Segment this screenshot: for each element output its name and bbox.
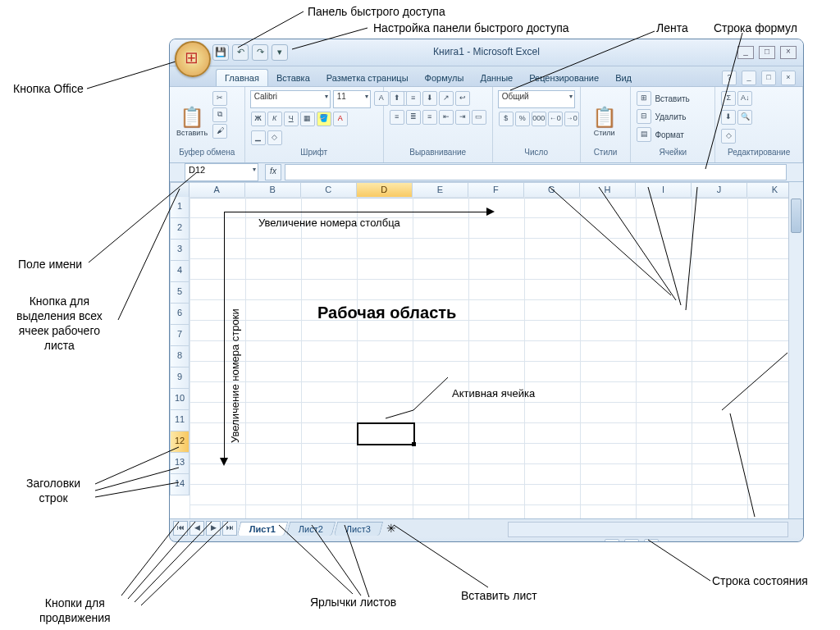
format-cells-label[interactable]: Формат [655,130,684,139]
nav-prev-icon[interactable]: ◀ [189,521,204,536]
format-cells-icon[interactable]: ▤ [637,127,651,142]
align-left-icon[interactable]: ≡ [390,110,404,125]
fill-down-icon[interactable]: ⬇ [721,110,736,125]
select-all-button[interactable] [170,182,189,199]
tab-home[interactable]: Главная [216,69,268,86]
row-header[interactable]: 6 [170,304,189,325]
delete-cells-icon[interactable]: ⊟ [637,109,651,124]
currency-icon[interactable]: $ [499,112,514,126]
col-header[interactable]: F [468,182,524,199]
fill-icon[interactable]: ◇ [267,130,282,145]
fx-button[interactable]: fx [265,164,281,180]
view-layout-icon[interactable]: ▤ [624,539,639,542]
vertical-scrollbar[interactable] [788,182,803,518]
row-header[interactable]: 13 [170,453,189,474]
percent-icon[interactable]: % [515,112,530,126]
number-format-select[interactable]: Общий [498,90,575,108]
border-bottom-icon[interactable]: ▁ [251,130,266,145]
active-cell[interactable] [357,422,415,445]
cell-area[interactable]: Увеличение номера столбца Увеличение ном… [189,197,788,518]
tab-insert[interactable]: Вставка [268,70,318,86]
font-name-select[interactable]: Calibri [250,90,331,108]
doc-close-icon[interactable]: × [781,71,796,85]
align-mid-icon[interactable]: ≡ [406,91,421,106]
find-icon[interactable]: 🔍 [737,110,752,125]
zoom-in-icon[interactable]: + [792,541,797,542]
fill-color-icon[interactable]: 🪣 [317,112,331,126]
align-right-icon[interactable]: ≡ [422,110,437,125]
sheet-tab[interactable]: Лист3 [334,522,384,536]
tab-view[interactable]: Вид [607,70,640,86]
paste-button[interactable]: Вставить [175,90,209,139]
col-header[interactable]: J [692,182,747,199]
row-header[interactable]: 3 [170,240,189,261]
tab-data[interactable]: Данные [472,70,521,86]
tab-formulas[interactable]: Формулы [417,70,472,86]
comma-icon[interactable]: 000 [532,112,546,126]
sheet-tab[interactable]: Лист2 [286,522,336,536]
indent-inc-icon[interactable]: ⇥ [455,110,470,125]
font-size-select[interactable]: 11 [333,90,371,108]
office-button[interactable] [175,41,211,77]
minimize-button[interactable]: _ [737,46,754,59]
align-bot-icon[interactable]: ⬇ [422,91,437,106]
row-header[interactable]: 1 [170,197,189,218]
col-header[interactable]: G [524,182,580,199]
bold-icon[interactable]: Ж [251,112,266,126]
row-header[interactable]: 9 [170,368,189,389]
help-icon[interactable]: ? [722,71,737,85]
orientation-icon[interactable]: ↗ [439,91,454,106]
sum-icon[interactable]: Σ [721,91,736,106]
col-header[interactable]: I [636,182,692,199]
row-header[interactable]: 4 [170,261,189,282]
clear-icon[interactable]: ◇ [721,129,736,144]
insert-cells-label[interactable]: Вставить [655,94,689,103]
name-box[interactable]: D12 [185,163,258,181]
underline-icon[interactable]: Ч [284,112,299,126]
col-header[interactable]: B [245,182,301,199]
col-header[interactable]: A [189,182,245,199]
view-normal-icon[interactable]: ▦ [605,539,619,542]
col-header[interactable]: D [357,182,413,199]
formula-bar[interactable] [285,164,787,180]
copy-icon[interactable]: ⧉ [212,107,227,122]
insert-sheet-icon[interactable]: ✳ [386,522,396,535]
nav-last-icon[interactable]: ⏭ [222,521,237,536]
align-top-icon[interactable]: ⬆ [390,91,404,106]
nav-next-icon[interactable]: ▶ [206,521,221,536]
tab-review[interactable]: Рецензирование [521,70,607,86]
indent-dec-icon[interactable]: ⇤ [439,110,454,125]
col-header[interactable]: E [413,182,468,199]
row-header[interactable]: 10 [170,389,189,410]
delete-cells-label[interactable]: Удалить [655,112,686,121]
row-header[interactable]: 5 [170,282,189,304]
sort-icon[interactable]: A↓ [737,91,752,106]
merge-icon[interactable]: ▭ [472,110,486,125]
row-header[interactable]: 8 [170,346,189,368]
tab-layout[interactable]: Разметка страницы [318,70,417,86]
doc-min-icon[interactable]: _ [742,71,756,85]
view-break-icon[interactable]: ▥ [644,539,659,542]
row-header[interactable]: 14 [170,474,189,495]
cut-icon[interactable]: ✂ [212,91,227,106]
styles-button[interactable]: Стили [586,90,623,139]
doc-max-icon[interactable]: □ [761,71,776,85]
italic-icon[interactable]: К [267,112,282,126]
nav-first-icon[interactable]: ⏮ [173,521,188,536]
row-header[interactable]: 12 [170,431,189,453]
align-center-icon[interactable]: ≣ [406,110,421,125]
horizontal-scrollbar[interactable] [508,522,788,537]
sheet-tab[interactable]: Лист1 [237,522,289,536]
dec-dec-icon[interactable]: →0 [564,112,579,126]
row-header[interactable]: 7 [170,325,189,346]
format-painter-icon[interactable]: 🖌 [212,124,227,139]
maximize-button[interactable]: □ [759,46,775,59]
close-button[interactable]: × [780,46,797,59]
inc-dec-icon[interactable]: ←0 [548,112,563,126]
border-icon[interactable]: ▦ [300,112,315,126]
row-header[interactable]: 2 [170,218,189,240]
zoom-control[interactable]: ▦ ▤ ▥ 100% − + [604,538,797,542]
col-header[interactable]: C [301,182,357,199]
row-header[interactable]: 11 [170,410,189,431]
zoom-out-icon[interactable]: − [689,541,694,542]
